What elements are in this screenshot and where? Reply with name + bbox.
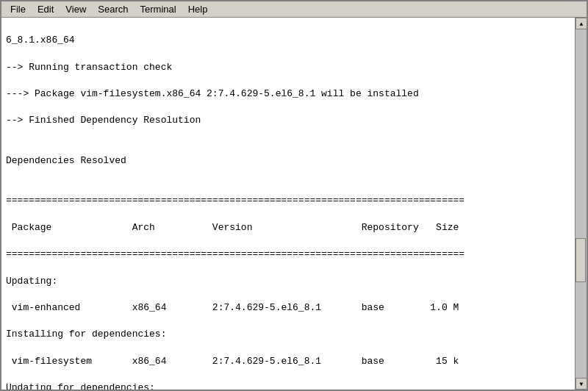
terminal-line: Dependencies Resolved <box>6 154 570 168</box>
scrollbar-thumb[interactable] <box>576 238 586 282</box>
scrollbar-track[interactable] <box>576 29 587 378</box>
terminal-line: vim-enhanced x86_64 2:7.4.629-5.el6_8.1 … <box>6 301 570 315</box>
menu-search[interactable]: Search <box>92 2 134 16</box>
scrollbar-down-button[interactable]: ▼ <box>576 378 587 390</box>
menu-file[interactable]: File <box>4 2 32 16</box>
terminal-line: ========================================… <box>6 194 570 207</box>
scrollbar[interactable]: ▲ ▼ <box>575 18 587 390</box>
menu-help[interactable]: Help <box>182 2 214 16</box>
menu-edit[interactable]: Edit <box>32 2 60 16</box>
terminal-line: --> Finished Dependency Resolution <box>6 114 570 127</box>
terminal-line: ---> Package vim-filesystem.x86_64 2:7.4… <box>6 87 570 101</box>
terminal-area: 6_8.1.x86_64 --> Running transaction che… <box>1 18 587 390</box>
scrollbar-up-button[interactable]: ▲ <box>576 18 587 29</box>
menu-terminal[interactable]: Terminal <box>135 2 182 16</box>
menu-view[interactable]: View <box>60 2 92 16</box>
terminal-line: --> Running transaction check <box>6 61 570 74</box>
terminal-line: 6_8.1.x86_64 <box>6 34 570 47</box>
terminal-line: vim-filesystem x86_64 2:7.4.629-5.el6_8.… <box>6 355 570 368</box>
terminal-line: Package Arch Version Repository Size <box>6 221 570 234</box>
terminal-line: Installing for dependencies: <box>6 328 570 341</box>
terminal-line: Updating for dependencies: <box>6 381 570 390</box>
terminal-line: ========================================… <box>6 248 570 261</box>
terminal-window: File Edit View Search Terminal Help 6_8.… <box>0 0 588 391</box>
terminal-content[interactable]: 6_8.1.x86_64 --> Running transaction che… <box>1 18 575 390</box>
terminal-line: Updating: <box>6 275 570 288</box>
menubar: File Edit View Search Terminal Help <box>1 1 587 18</box>
